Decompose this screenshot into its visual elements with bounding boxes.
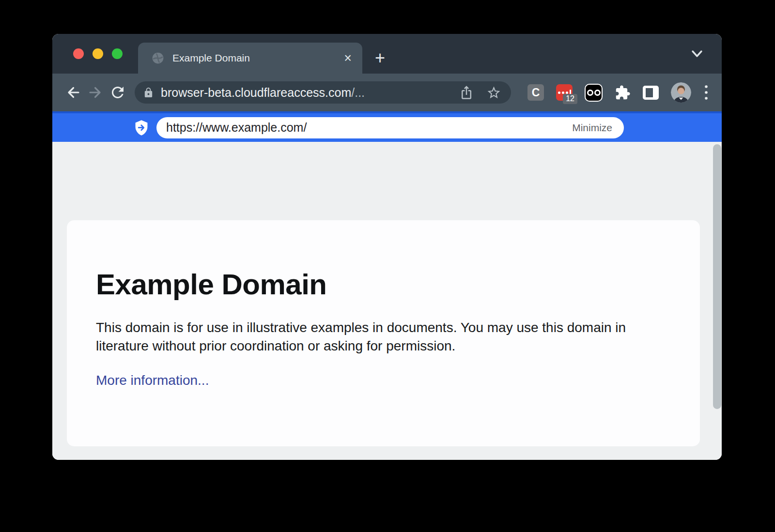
browser-menu-icon[interactable] (703, 83, 709, 102)
tab-close-icon[interactable]: × (343, 52, 353, 65)
tab-bar: Example Domain × + (52, 34, 722, 74)
chevron-down-icon[interactable] (689, 47, 705, 60)
profile-avatar[interactable] (671, 82, 691, 103)
extension-red-dots-icon[interactable]: 12 (556, 84, 573, 101)
more-information-link[interactable]: More information... (96, 373, 209, 388)
back-icon[interactable] (62, 81, 84, 104)
close-window-button[interactable] (73, 48, 84, 59)
vertical-scrollbar[interactable] (713, 144, 721, 409)
remote-address-bar[interactable]: https://www.example.com/ Minimize (156, 117, 624, 138)
side-panel-icon[interactable] (643, 86, 659, 100)
traffic-lights (73, 34, 123, 74)
page-title: Example Domain (96, 268, 661, 301)
toolbar: browser-beta.cloudflareaccess.com/... C … (52, 74, 722, 111)
address-bar[interactable]: browser-beta.cloudflareaccess.com/... (135, 81, 511, 104)
forward-icon[interactable] (84, 81, 107, 104)
remote-isolation-bar: https://www.example.com/ Minimize (52, 111, 722, 142)
url-text: browser-beta.cloudflareaccess.com/... (161, 86, 365, 100)
bookmark-star-icon[interactable] (486, 85, 501, 100)
zoom-window-button[interactable] (112, 48, 123, 59)
extension-badge: 12 (563, 94, 577, 104)
new-tab-button[interactable]: + (371, 43, 389, 74)
remote-url-text: https://www.example.com/ (166, 121, 307, 135)
tab-example-domain[interactable]: Example Domain × (138, 43, 362, 74)
extension-c-icon[interactable]: C (527, 84, 544, 101)
minimize-window-button[interactable] (93, 48, 103, 59)
example-domain-card: Example Domain This domain is for use in… (67, 220, 700, 446)
page-viewport: Example Domain This domain is for use in… (52, 142, 722, 460)
extension-two-circles-icon[interactable] (585, 84, 603, 102)
tab-title: Example Domain (172, 52, 343, 64)
reload-icon[interactable] (107, 81, 129, 104)
globe-favicon-icon (152, 52, 164, 64)
page-body-text: This domain is for use in illustrative e… (96, 319, 634, 355)
lock-icon[interactable] (143, 87, 154, 98)
browser-window: Example Domain × + (52, 34, 722, 460)
extension-area: C 12 (527, 82, 709, 103)
share-icon[interactable] (459, 85, 474, 100)
minimize-button[interactable]: Minimize (572, 122, 612, 134)
shield-arrow-icon (134, 120, 149, 136)
extensions-puzzle-icon[interactable] (615, 85, 631, 101)
